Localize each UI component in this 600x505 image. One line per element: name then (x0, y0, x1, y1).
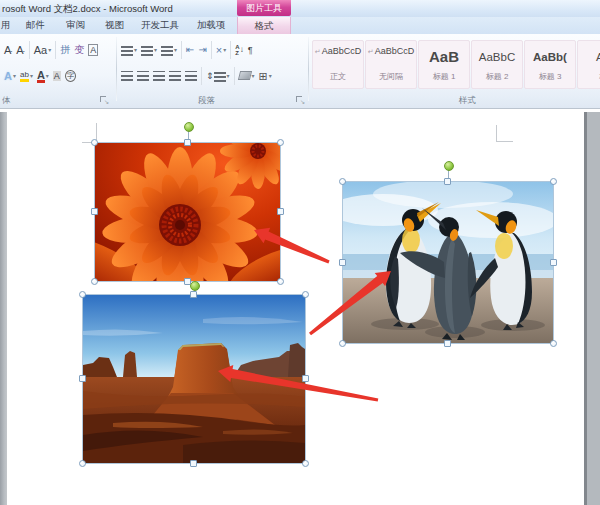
asian-layout-button[interactable]: ×▾ (214, 43, 228, 57)
multilevel-list-button[interactable]: ▾ (159, 43, 179, 57)
sort-button[interactable]: AZ↓ (233, 43, 245, 57)
style-heading1[interactable]: AaB 标题 1 (418, 40, 470, 89)
rotate-handle[interactable] (184, 122, 194, 132)
margin-mark-top-right-h (497, 141, 513, 142)
resize-handle[interactable] (91, 208, 98, 215)
enclose-characters-button[interactable]: 字 (63, 69, 78, 83)
picture-tools-contextual-header: 图片工具 (237, 0, 291, 16)
resize-handle[interactable] (302, 291, 309, 298)
resize-handle[interactable] (444, 178, 451, 185)
bullets-button[interactable]: ▾ (119, 43, 139, 57)
font-color-button[interactable]: A▾ (35, 69, 51, 84)
resize-handle[interactable] (79, 291, 86, 298)
style-heading2[interactable]: AaBbC 标题 2 (471, 40, 523, 89)
canvas-right-gutter (587, 112, 600, 505)
resize-handle[interactable] (339, 259, 346, 266)
canvas-left-gutter (0, 112, 7, 505)
character-border-button[interactable]: A (86, 43, 100, 57)
tab-addins[interactable]: 加载项 (197, 19, 226, 32)
paragraph-group-label: 段落 (198, 95, 215, 107)
resize-handle[interactable] (302, 375, 309, 382)
grow-font-button[interactable]: Aˆ (2, 43, 14, 57)
align-center-button[interactable] (135, 70, 151, 82)
resize-handle[interactable] (550, 259, 557, 266)
rotate-handle[interactable] (190, 281, 200, 291)
font-group-label: 体 (2, 95, 11, 107)
show-hide-marks-button[interactable]: ¶ (246, 43, 255, 57)
highlight-button[interactable]: ab▾ (18, 69, 35, 83)
tab-review[interactable]: 审阅 (66, 19, 85, 32)
resize-handle[interactable] (190, 460, 197, 467)
shading-button[interactable]: ▾ (237, 69, 257, 83)
resize-handle[interactable] (550, 178, 557, 185)
resize-handle[interactable] (79, 460, 86, 467)
numbering-button[interactable]: ▾ (139, 43, 159, 57)
character-scale-button[interactable]: 变 (72, 43, 86, 57)
resize-handle[interactable] (190, 291, 197, 298)
styles-group-label: 样式 (459, 95, 476, 107)
rotate-handle[interactable] (444, 161, 454, 171)
title-bar: rosoft Word 文档2.docx - Microsoft Word 图片… (0, 0, 600, 17)
resize-handle[interactable] (277, 278, 284, 285)
ribbon: Aˆ Aˇ Aa▾ 拼 变 A A▾ ab▾ A▾ A 字 体 ▾ ▾ ▾ ⇤ … (0, 34, 600, 109)
resize-handle[interactable] (550, 340, 557, 347)
window-title: rosoft Word 文档2.docx - Microsoft Word (2, 3, 173, 16)
margin-mark-top-left-v (96, 123, 97, 141)
resize-handle[interactable] (302, 460, 309, 467)
resize-handle[interactable] (91, 278, 98, 285)
flower-photo (95, 143, 280, 281)
resize-handle[interactable] (79, 375, 86, 382)
justify-button[interactable] (167, 70, 183, 82)
tab-view[interactable]: 视图 (105, 19, 124, 32)
font-dialog-launcher[interactable] (100, 96, 108, 104)
tab-developer[interactable]: 开发工具 (141, 19, 179, 32)
desert-image[interactable] (82, 294, 306, 464)
group-separator (308, 37, 309, 101)
text-effects-button[interactable]: A▾ (2, 69, 18, 83)
resize-handle[interactable] (339, 340, 346, 347)
increase-indent-button[interactable]: ⇥ (196, 43, 208, 57)
decrease-indent-button[interactable]: ⇤ (184, 43, 196, 57)
group-separator (116, 37, 117, 101)
resize-handle[interactable] (184, 139, 191, 146)
style-no-spacing[interactable]: ↵AaBbCcD 无间隔 (365, 40, 417, 89)
margin-mark-top-right-v (496, 125, 497, 142)
change-case-button[interactable]: Aa▾ (32, 43, 53, 57)
align-right-button[interactable] (151, 70, 167, 82)
style-normal[interactable]: ↵AaBbCcD 正文 (312, 40, 364, 89)
distribute-button[interactable] (183, 70, 199, 82)
paragraph-dialog-launcher[interactable] (296, 96, 304, 104)
ribbon-tab-row: 用 邮件 审阅 视图 开发工具 加载项 格式 (0, 17, 600, 34)
resize-handle[interactable] (277, 208, 284, 215)
word-window: rosoft Word 文档2.docx - Microsoft Word 图片… (0, 0, 600, 505)
resize-handle[interactable] (339, 178, 346, 185)
line-spacing-button[interactable]: ⇕▾ (204, 69, 232, 83)
penguins-image[interactable] (342, 181, 554, 344)
flower-image[interactable] (94, 142, 281, 282)
resize-handle[interactable] (277, 139, 284, 146)
phonetic-guide-button[interactable]: 拼 (58, 43, 72, 57)
borders-button[interactable]: ⊞▾ (257, 69, 274, 83)
shrink-font-button[interactable]: Aˇ (14, 43, 26, 57)
tab-mailings[interactable]: 邮件 (26, 19, 45, 32)
resize-handle[interactable] (91, 139, 98, 146)
character-shading-button[interactable]: A (51, 70, 63, 82)
align-left-button[interactable] (119, 70, 135, 82)
tab-format[interactable]: 格式 (237, 17, 291, 34)
desert-photo (83, 295, 305, 463)
tab-references-partial[interactable]: 用 (1, 19, 11, 32)
style-heading3[interactable]: AaBb( 标题 3 (524, 40, 576, 89)
resize-handle[interactable] (444, 340, 451, 347)
style-heading4-partial[interactable]: Aa 标 (577, 40, 600, 89)
penguins-photo (343, 182, 553, 343)
